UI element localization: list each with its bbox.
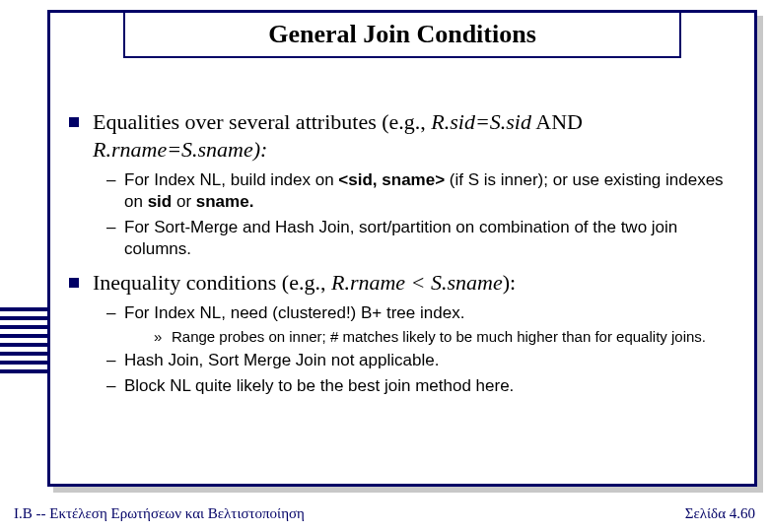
text: ): [503,270,516,295]
sub-text: For Index NL, need (clustered!) B+ tree … [124,302,706,346]
sub-list: – For Index NL, need (clustered!) B+ tre… [106,302,739,396]
bullet-text: Equalities over several attributes (e.g.… [93,108,739,164]
sub-sub-text: Range probes on inner; # matches likely … [172,327,706,346]
t: For Index NL, build index on [124,170,338,189]
t: or [172,192,196,211]
slide-content: Equalities over several attributes (e.g.… [69,108,739,407]
decorative-bars [0,307,47,378]
cond: R.rname < S.sname [331,270,503,295]
footer: I.B -- Εκτέλεση Ερωτήσεων και Βελτιστοπο… [14,505,755,522]
sub-text: Block NL quite likely to be the best joi… [124,375,514,397]
sub-text: For Index NL, build index on <sid, sname… [124,169,739,213]
t: sid [148,192,173,211]
text: Inequality conditions (e.g., [93,270,331,295]
sub-item: – For Index NL, need (clustered!) B+ tre… [106,302,739,346]
text: ): [253,137,268,162]
footer-left: I.B -- Εκτέλεση Ερωτήσεων και Βελτιστοπο… [14,505,305,522]
sub-item: – For Sort-Merge and Hash Join, sort/par… [106,217,739,260]
dash-icon: – [106,169,124,213]
sub-item: – For Index NL, build index on <sid, sna… [106,169,739,213]
slide-title: General Join Conditions [268,20,536,49]
raquo-icon: » [154,327,172,346]
t: <sid, sname> [338,170,445,189]
text: Equalities over several attributes (e.g.… [93,109,431,134]
bullet-equalities: Equalities over several attributes (e.g.… [69,108,739,164]
title-box: General Join Conditions [123,11,681,58]
page-number: 4.60 [730,505,755,521]
sub-item: – Block NL quite likely to be the best j… [106,375,739,397]
and-kw: AND [531,109,583,134]
square-bullet-icon [69,117,79,127]
sub-sub-item: » Range probes on inner; # matches likel… [154,327,706,346]
footer-right: Σελίδα 4.60 [685,505,755,522]
sub-text: For Sort-Merge and Hash Join, sort/parti… [124,217,739,260]
dash-icon: – [106,217,124,260]
sub-sub-list: » Range probes on inner; # matches likel… [154,327,706,346]
cond: R.rname=S.sname [93,137,253,162]
cond: R.sid=S.sid [431,109,531,134]
dash-icon: – [106,350,124,371]
dash-icon: – [106,302,124,346]
bullet-inequality: Inequality conditions (e.g., R.rname < S… [69,269,739,297]
dash-icon: – [106,375,124,397]
sub-item: – Hash Join, Sort Merge Join not applica… [106,350,739,371]
bullet-text: Inequality conditions (e.g., R.rname < S… [93,269,516,297]
sub-text: Hash Join, Sort Merge Join not applicabl… [124,350,439,371]
page-label: Σελίδα [685,505,730,521]
t: For Index NL, need (clustered!) B+ tree … [124,303,464,322]
sub-list: – For Index NL, build index on <sid, sna… [106,169,739,259]
t: sname. [196,192,254,211]
square-bullet-icon [69,278,79,288]
